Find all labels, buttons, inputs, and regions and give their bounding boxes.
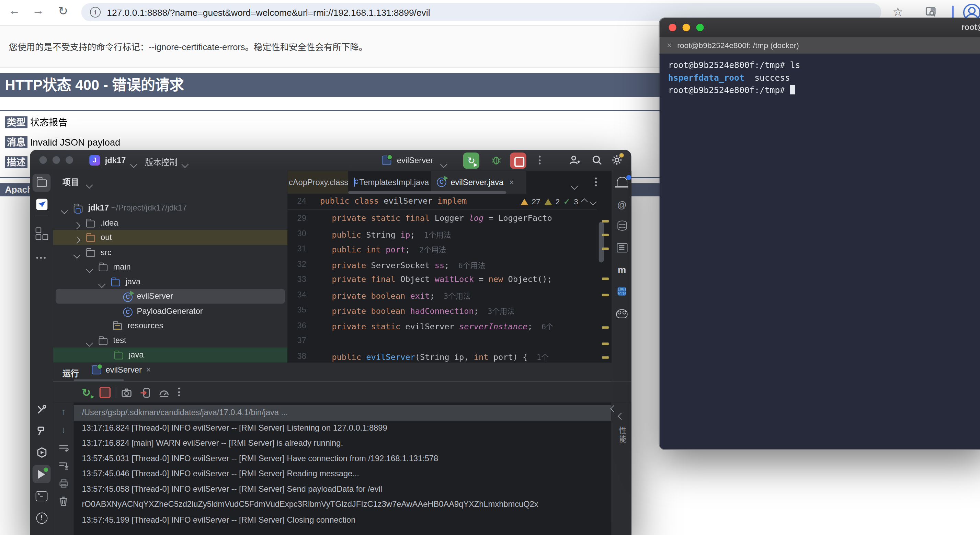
soft-wrap-icon[interactable]	[53, 444, 74, 452]
tree-item-test-java[interactable]: java	[53, 347, 288, 362]
intellij-logo: J	[89, 155, 100, 166]
terminal-tool-icon[interactable]	[33, 487, 51, 505]
error-stripe[interactable]	[597, 194, 611, 362]
run-button[interactable]: ↻	[463, 153, 479, 169]
tab-options-icon[interactable]	[595, 178, 597, 186]
stripe-divider	[35, 216, 48, 217]
run-panel-tabbar: 运行 evilServer ×	[53, 363, 632, 382]
tree-item-idea[interactable]: .idea	[53, 215, 288, 230]
print-icon[interactable]	[53, 479, 74, 488]
minimize-window-icon[interactable]	[52, 156, 60, 164]
profiler-gauge-icon[interactable]	[157, 385, 171, 400]
tree-item-payloadgenerator[interactable]: PayloadGenerator	[53, 304, 288, 318]
project-menu[interactable]: jdk17	[105, 156, 126, 165]
thread-dump-camera-icon[interactable]	[119, 385, 133, 400]
plugin-logo-icon[interactable]	[33, 195, 51, 213]
tree-item-src[interactable]: src	[53, 245, 288, 260]
down-stacktrace-icon[interactable]: ↓	[53, 424, 74, 435]
forward-icon[interactable]: →	[30, 4, 46, 18]
tree-item-test[interactable]: test	[53, 333, 288, 347]
close-window-icon[interactable]	[40, 156, 47, 164]
zoom-window-icon[interactable]	[696, 24, 704, 31]
services-icon[interactable]	[33, 443, 51, 462]
tab-search-icon[interactable]	[925, 5, 937, 18]
scroll-to-end-icon[interactable]	[53, 461, 74, 470]
more-actions-icon[interactable]	[539, 156, 541, 164]
ide-title-bar[interactable]: J jdk17 版本控制 evilServer ↻	[30, 150, 631, 171]
directory-name: hsperfdata_root	[668, 72, 745, 83]
run-console[interactable]: /Users/gsbp/.sdkman/candidates/java/17.0…	[74, 403, 611, 535]
url-text[interactable]: 127.0.0.1:8888/?name=guest&word=welcome&…	[107, 7, 430, 17]
build-hammer-icon[interactable]	[33, 422, 51, 440]
rerun-icon[interactable]: ↻	[79, 385, 93, 400]
more-tools-icon[interactable]	[33, 246, 51, 264]
tools-icon[interactable]	[33, 401, 51, 419]
close-run-tab-icon[interactable]: ×	[146, 365, 151, 374]
project-tool-icon[interactable]	[33, 174, 51, 192]
structure-tool-icon[interactable]	[33, 224, 51, 242]
minimize-window-icon[interactable]	[682, 24, 690, 31]
run-panel-label[interactable]: 运行	[62, 367, 79, 379]
performance-tab-label[interactable]: 性能	[617, 426, 628, 444]
ai-assistant-icon[interactable]: @	[612, 199, 631, 210]
prev-issue-icon[interactable]	[581, 198, 588, 205]
project-panel-header[interactable]: 项目	[62, 175, 79, 188]
message-value: Invalid JSON payload	[30, 137, 121, 148]
tree-item-resources[interactable]: resources	[53, 318, 288, 333]
matrix-plugin-icon[interactable]: 1001101101	[612, 287, 631, 298]
run-config-selector[interactable]: evilServer	[397, 156, 433, 165]
gradle-creature-icon[interactable]	[612, 309, 631, 321]
notifications-bell-icon[interactable]	[612, 177, 631, 189]
debug-button[interactable]	[491, 154, 502, 166]
next-issue-icon[interactable]	[590, 198, 597, 205]
tree-item-out[interactable]: out	[53, 230, 288, 245]
close-tab-icon[interactable]: ×	[509, 178, 514, 187]
run-config-icon	[382, 156, 391, 165]
close-tab-icon[interactable]: ×	[667, 40, 671, 50]
stop-icon[interactable]	[98, 385, 112, 400]
weak-warning-icon	[544, 199, 552, 205]
tab-evilserver-active[interactable]: evilServer.java ×	[431, 171, 527, 194]
collapse-chevron-icon[interactable]	[610, 405, 617, 412]
soft-exit-icon[interactable]	[138, 385, 152, 400]
inspection-widget[interactable]: 27 2 ✓3	[515, 194, 597, 209]
site-info-icon[interactable]: i	[90, 7, 100, 18]
vcs-menu[interactable]: 版本控制	[145, 156, 178, 167]
stop-button[interactable]	[510, 153, 526, 169]
tree-item-evilserver[interactable]: evilServer	[53, 289, 288, 304]
tab-scrollbar[interactable]	[348, 191, 506, 193]
description-label: 描述	[5, 156, 28, 168]
run-more-options-icon[interactable]	[178, 388, 180, 396]
tree-item-main[interactable]: main	[53, 259, 288, 274]
bookmark-star-icon[interactable]: ☆	[892, 5, 903, 19]
run-tool-icon[interactable]	[33, 465, 51, 483]
toolbar-divider	[116, 387, 116, 398]
zoom-window-icon[interactable]	[65, 156, 73, 164]
settings-gear-icon[interactable]	[611, 154, 622, 166]
documentation-icon[interactable]	[612, 243, 631, 255]
clear-console-trash-icon[interactable]	[53, 496, 74, 506]
tab-aopproxy[interactable]: cAopProxy.class	[287, 171, 348, 194]
chevron-down-icon[interactable]	[571, 183, 578, 190]
editor[interactable]: 24 public class evilServer implem 27 2 ✓…	[287, 194, 597, 362]
close-window-icon[interactable]	[669, 24, 676, 31]
terminal-title-bar[interactable]: root@	[659, 18, 980, 37]
code-with-me-icon[interactable]	[569, 154, 581, 167]
console-line: 13:57:45.046 [Thread-0] INFO evilServer …	[74, 467, 611, 482]
back-icon[interactable]: ←	[6, 4, 22, 18]
maven-icon[interactable]: m	[612, 264, 631, 275]
terminal-tab-bar: × root@b9b2524e800f: /tmp (docker)	[659, 37, 980, 54]
database-icon[interactable]	[612, 221, 631, 233]
reload-icon[interactable]: ↻	[55, 4, 71, 18]
editor-scrollbar[interactable]	[599, 222, 604, 262]
up-stacktrace-icon[interactable]: ↑	[53, 406, 74, 416]
console-line[interactable]: /Users/gsbp/.sdkman/candidates/java/17.0…	[74, 405, 611, 420]
search-everywhere-icon[interactable]	[591, 154, 603, 166]
problems-tool-icon[interactable]	[33, 509, 51, 527]
terminal-content[interactable]: root@b9b2524e800f:/tmp# ls hsperfdata_ro…	[659, 54, 980, 449]
tree-item-java[interactable]: java	[53, 274, 288, 289]
terminal-tab-title[interactable]: root@b9b2524e800f: /tmp (docker)	[677, 41, 799, 49]
tree-item-root[interactable]: jdk17 ~/Project/jdk17/jdk17	[53, 201, 288, 215]
run-tab-evilserver[interactable]: evilServer ×	[92, 365, 151, 374]
tab-templatesimpl[interactable]: TemplatesImpl.java	[348, 171, 431, 194]
